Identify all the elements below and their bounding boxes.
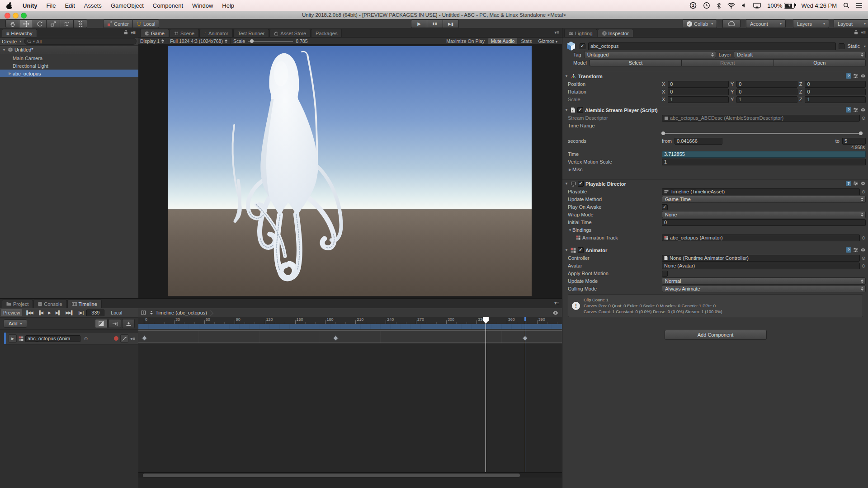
- timeline-sequence-icon[interactable]: [141, 310, 147, 315]
- model-select-button[interactable]: Select: [590, 59, 682, 66]
- play-range-toggle[interactable]: [▶]: [76, 309, 86, 316]
- static-dropdown-icon[interactable]: ▾: [864, 44, 866, 48]
- window-minimize-button[interactable]: [13, 13, 19, 19]
- initial-time-field[interactable]: 0: [662, 219, 866, 226]
- object-name-field[interactable]: abc_octopus: [588, 42, 836, 50]
- help-icon[interactable]: ?: [846, 107, 851, 113]
- keyframe-diamond[interactable]: [142, 335, 147, 341]
- aspect-dropdown[interactable]: Full 1024 4:3 (1024x768): [170, 38, 227, 44]
- help-icon[interactable]: ?: [846, 73, 851, 79]
- apply-root-motion-checkbox[interactable]: [662, 271, 668, 277]
- hierarchy-item-abc-octopus[interactable]: ▶abc_octopus: [0, 70, 138, 77]
- track-expand-button[interactable]: ▶: [9, 334, 17, 343]
- wrap-mode-popup[interactable]: None: [662, 211, 866, 218]
- tab-scene[interactable]: Scene: [170, 29, 199, 37]
- scale-y-field[interactable]: 1: [736, 96, 797, 103]
- culling-mode-popup[interactable]: Always Animate: [662, 285, 866, 292]
- tab-inspector[interactable]: iInspector: [598, 29, 633, 37]
- time-machine-icon[interactable]: [703, 2, 710, 9]
- animation-track-lane[interactable]: [138, 329, 562, 344]
- keyframe-diamond[interactable]: [523, 335, 528, 341]
- menu-help[interactable]: Help: [217, 2, 239, 9]
- space-toggle-button[interactable]: Local: [133, 19, 159, 28]
- object-picker-icon[interactable]: ⊙: [861, 189, 866, 194]
- foldout-icon[interactable]: ▼: [564, 74, 569, 78]
- object-picker-icon[interactable]: ⊙: [861, 256, 866, 261]
- animation-track-header[interactable]: ▶ abc_octopus (Anim ⊙ ▾≡: [4, 332, 138, 345]
- gear-icon[interactable]: [552, 310, 558, 316]
- scene-menu-icon[interactable]: ▾≡: [131, 30, 136, 35]
- timeline-end-marker-tick[interactable]: [524, 317, 526, 321]
- time-field[interactable]: 3.712855: [662, 151, 866, 158]
- pivot-toggle-button[interactable]: Center: [103, 19, 133, 28]
- presets-icon[interactable]: [853, 247, 859, 253]
- object-picker-icon[interactable]: ⊙: [861, 116, 866, 121]
- layers-dropdown[interactable]: Layers▾: [793, 19, 829, 28]
- track-binding-field[interactable]: abc_octopus (Anim: [25, 335, 80, 342]
- hierarchy-item-main-camera[interactable]: Main Camera: [0, 54, 138, 62]
- lock-icon[interactable]: [854, 30, 858, 35]
- static-checkbox[interactable]: [839, 43, 844, 49]
- to-field[interactable]: 5: [842, 138, 866, 145]
- controller-object-field[interactable]: None (Runtime Animator Controller): [662, 255, 860, 262]
- scene-header[interactable]: ▼ Untitled* ▾≡: [0, 46, 138, 54]
- model-revert-button[interactable]: Revert: [682, 59, 774, 66]
- scale-slider[interactable]: [248, 38, 293, 44]
- layer-popup[interactable]: Default: [734, 51, 866, 58]
- component-enabled-checkbox[interactable]: ✓: [578, 247, 584, 253]
- help-icon[interactable]: ?: [846, 181, 851, 186]
- notification-center-icon[interactable]: [856, 3, 863, 8]
- gear-icon[interactable]: [860, 181, 866, 186]
- gear-icon[interactable]: [860, 73, 866, 79]
- object-picker-icon[interactable]: ⊙: [84, 336, 88, 341]
- add-component-button[interactable]: Add Component: [665, 330, 767, 340]
- presets-icon[interactable]: [853, 181, 859, 186]
- component-enabled-checkbox[interactable]: ✓: [578, 181, 584, 187]
- menu-component[interactable]: Component: [148, 2, 188, 9]
- account-dropdown[interactable]: Account▾: [746, 19, 786, 28]
- tab-game[interactable]: Game: [140, 29, 169, 37]
- scale-tool-button[interactable]: [47, 19, 60, 28]
- gear-icon[interactable]: [860, 247, 866, 253]
- cloud-services-button[interactable]: [722, 19, 741, 28]
- timeline-ruler[interactable]: 0306090120150180210240270300330360390: [138, 317, 562, 324]
- presets-icon[interactable]: [853, 107, 859, 113]
- bluetooth-icon[interactable]: [717, 2, 721, 9]
- rotation-x-field[interactable]: 0: [668, 89, 729, 95]
- airplay-display-icon[interactable]: [753, 3, 761, 9]
- play-on-awake-checkbox[interactable]: ✓: [662, 204, 668, 210]
- preview-toggle-button[interactable]: Preview: [1, 309, 22, 316]
- presets-icon[interactable]: [853, 73, 859, 79]
- foldout-icon[interactable]: ▼: [564, 182, 569, 186]
- scale-z-field[interactable]: 1: [805, 96, 866, 103]
- component-enabled-checkbox[interactable]: ✓: [577, 107, 583, 113]
- menu-file[interactable]: File: [42, 2, 61, 9]
- stream-descriptor-field[interactable]: abc_octopus_ABCDesc (AlembicStreamDescri…: [662, 115, 860, 122]
- record-button[interactable]: [114, 336, 118, 341]
- tag-popup[interactable]: Untagged: [584, 51, 716, 58]
- slider-max-handle[interactable]: [859, 131, 863, 135]
- mute-audio-button[interactable]: Mute Audio: [488, 38, 518, 44]
- time-range-slider[interactable]: [662, 130, 866, 137]
- playable-object-field[interactable]: Timeline (TimelineAsset): [662, 188, 860, 195]
- model-open-button[interactable]: Open: [774, 59, 866, 66]
- tab-timeline[interactable]: Timeline: [67, 300, 102, 308]
- rect-tool-button[interactable]: [60, 19, 74, 28]
- timeline-breadcrumb[interactable]: Timeline (abc_octopus): [156, 310, 213, 315]
- tab-lighting[interactable]: Lighting: [564, 29, 597, 37]
- transform-component-header[interactable]: ▼ Transform ?: [562, 72, 868, 80]
- tab-animator[interactable]: ∴Animator: [199, 29, 233, 37]
- current-frame-field[interactable]: 339: [86, 310, 104, 316]
- panel-menu-icon[interactable]: ▾≡: [554, 300, 559, 305]
- mix-mode-button[interactable]: [95, 319, 108, 328]
- add-track-button[interactable]: Add▾: [4, 319, 27, 328]
- replace-mode-button[interactable]: [122, 319, 135, 328]
- spotlight-icon[interactable]: [843, 2, 849, 9]
- hierarchy-search-input[interactable]: ▾ All: [24, 38, 137, 45]
- menu-window[interactable]: Window: [188, 2, 217, 9]
- timeline-empty-area[interactable]: [138, 344, 562, 472]
- slider-min-handle[interactable]: [661, 131, 665, 135]
- update-method-popup[interactable]: Game Time: [662, 196, 866, 203]
- gear-icon[interactable]: [860, 107, 866, 113]
- time-mode-dropdown[interactable]: Local: [108, 309, 124, 316]
